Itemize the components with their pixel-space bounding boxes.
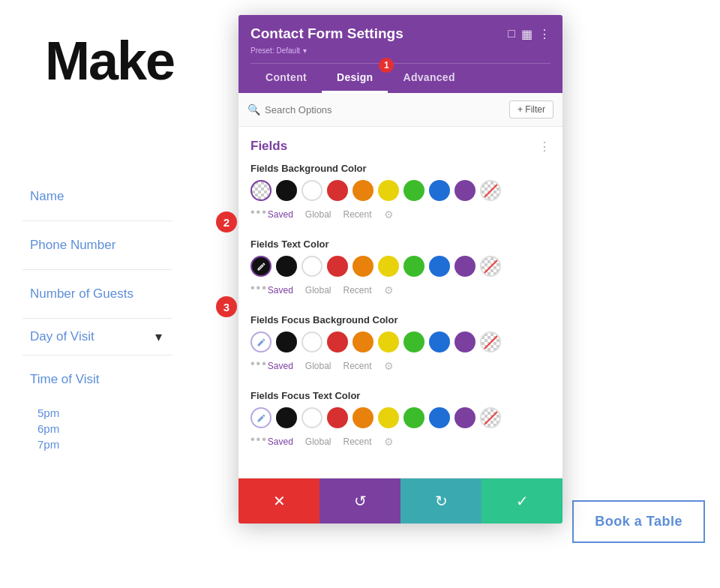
swatch-white-focus-text[interactable]	[302, 407, 322, 428]
color-tab-recent-bg[interactable]: Recent	[344, 209, 372, 220]
swatch-green-bg[interactable]	[404, 180, 424, 201]
search-input[interactable]	[265, 104, 505, 116]
cancel-button[interactable]: ✕	[238, 478, 320, 524]
modal-content: Fields ⋮ Fields Background Color •••	[238, 127, 562, 478]
swatch-blue-text[interactable]	[429, 256, 450, 277]
color-meta-bg: ••• Saved Global Recent ⚙	[250, 201, 550, 224]
modal-title-row: Contact Form Settings □ ▦ ⋮	[250, 26, 550, 42]
swatch-orange-text[interactable]	[352, 256, 374, 277]
color-gear-focus-text[interactable]: ⚙	[384, 436, 394, 448]
color-tab-global-focus-bg[interactable]: Global	[305, 361, 332, 371]
swatch-orange-bg[interactable]	[352, 180, 374, 201]
color-group-label-text: Fields Text Color	[250, 238, 550, 250]
fields-focus-text-color-group: Fields Focus Text Color ••• Saved	[250, 390, 550, 451]
swatch-red-focus-bg[interactable]	[327, 332, 348, 352]
dropdown-arrow-icon: ▾	[155, 328, 162, 345]
color-group-label-focus-bg: Fields Focus Background Color	[250, 314, 550, 326]
fields-focus-bg-color-group: Fields Focus Background Color ••• Saved	[250, 314, 550, 375]
swatch-yellow-focus-text[interactable]	[378, 407, 399, 428]
color-more-focus-bg[interactable]: •••	[250, 357, 268, 370]
swatch-yellow-bg[interactable]	[378, 180, 399, 201]
field-day: Day of Visit ▾	[22, 319, 172, 356]
swatch-orange-focus-text[interactable]	[352, 407, 374, 428]
form-fields: Name Phone Number Number of Guests Day o…	[22, 172, 172, 451]
swatch-blue-focus-bg[interactable]	[429, 332, 450, 352]
swatch-purple-bg[interactable]	[454, 180, 476, 201]
step-badge-3: 3	[216, 296, 237, 317]
color-tab-global-focus-text[interactable]: Global	[305, 436, 332, 447]
swatch-pen-text[interactable]	[250, 256, 272, 277]
color-tabs-text: Saved Global Recent ⚙	[268, 284, 394, 296]
swatch-black-text[interactable]	[276, 256, 297, 277]
swatch-orange-focus-bg[interactable]	[352, 332, 374, 352]
swatch-purple-focus-text[interactable]	[454, 407, 476, 428]
swatch-blue-bg[interactable]	[429, 180, 450, 201]
color-more-bg[interactable]: •••	[250, 206, 268, 219]
color-gear-text[interactable]: ⚙	[384, 284, 394, 296]
swatch-red-text[interactable]	[327, 256, 348, 277]
swatch-slash-focus-bg[interactable]	[480, 332, 501, 352]
swatch-green-focus-bg[interactable]	[404, 332, 424, 352]
color-tab-recent-focus-bg[interactable]: Recent	[344, 361, 372, 371]
color-more-text[interactable]: •••	[250, 281, 268, 295]
swatch-yellow-focus-bg[interactable]	[378, 332, 399, 352]
swatch-white-focus-bg[interactable]	[302, 332, 322, 352]
modal-preset[interactable]: Preset: Default ▾	[250, 45, 550, 56]
swatch-red-focus-text[interactable]	[327, 407, 348, 428]
color-group-label-focus-text: Fields Focus Text Color	[250, 390, 550, 401]
filter-button[interactable]: + Filter	[509, 100, 554, 118]
swatch-green-focus-text[interactable]	[404, 407, 424, 428]
color-tab-saved-focus-text[interactable]: Saved	[268, 436, 293, 447]
search-bar: 🔍 + Filter	[238, 93, 562, 127]
columns-icon[interactable]: ▦	[521, 27, 532, 41]
book-table-button[interactable]: Book a Table	[572, 500, 705, 543]
color-swatches-bg	[250, 180, 550, 201]
swatch-black-bg[interactable]	[276, 180, 297, 201]
swatch-yellow-text[interactable]	[378, 256, 399, 277]
title-part1: Make	[45, 31, 174, 91]
swatch-slash-bg[interactable]	[480, 180, 501, 201]
expand-icon[interactable]: □	[508, 27, 515, 40]
settings-modal: Contact Form Settings □ ▦ ⋮ Preset: Defa…	[238, 15, 562, 524]
color-tab-global-text[interactable]: Global	[305, 285, 332, 296]
swatch-slash-text[interactable]	[480, 256, 501, 277]
tab-content[interactable]: Content	[250, 64, 322, 93]
color-tabs-focus-bg: Saved Global Recent ⚙	[268, 360, 394, 372]
color-tab-global-bg[interactable]: Global	[305, 209, 332, 220]
fields-text-color-group: Fields Text Color ••• Saved Glob	[250, 238, 550, 299]
color-tab-saved-bg[interactable]: Saved	[268, 209, 293, 220]
time-options: 5pm 6pm 7pm	[22, 406, 172, 451]
reset-button[interactable]: ↺	[320, 478, 400, 524]
field-name: Name	[22, 172, 172, 221]
swatch-black-focus-bg[interactable]	[276, 332, 297, 352]
swatch-white-bg[interactable]	[302, 180, 322, 201]
swatch-blue-focus-text[interactable]	[429, 407, 450, 428]
redo-button[interactable]: ↻	[400, 478, 482, 524]
swatch-black-focus-text[interactable]	[276, 407, 297, 428]
more-icon[interactable]: ⋮	[538, 27, 550, 41]
section-menu-icon[interactable]: ⋮	[538, 140, 550, 154]
save-button[interactable]: ✓	[482, 478, 562, 524]
tab-design[interactable]: Design 1	[322, 64, 388, 93]
field-guests: Number of Guests	[22, 270, 172, 319]
color-gear-focus-bg[interactable]: ⚙	[384, 360, 394, 372]
color-more-focus-text[interactable]: •••	[250, 433, 268, 446]
swatch-transparent-bg[interactable]	[250, 180, 272, 201]
section-header: Fields ⋮	[250, 139, 550, 154]
tab-advanced[interactable]: Advanced	[388, 64, 470, 93]
swatch-red-bg[interactable]	[327, 180, 348, 201]
swatch-pen-focus-text[interactable]	[250, 407, 272, 428]
swatch-green-text[interactable]	[404, 256, 424, 277]
swatch-pen-focus-bg[interactable]	[250, 332, 272, 352]
color-tab-recent-focus-text[interactable]: Recent	[344, 436, 372, 447]
color-tab-saved-text[interactable]: Saved	[268, 285, 293, 296]
swatch-slash-focus-text[interactable]	[480, 407, 501, 428]
swatch-white-text[interactable]	[302, 256, 322, 277]
color-tab-saved-focus-bg[interactable]: Saved	[268, 361, 293, 371]
color-gear-bg[interactable]: ⚙	[384, 208, 394, 220]
color-tab-recent-text[interactable]: Recent	[344, 285, 372, 296]
swatch-purple-text[interactable]	[454, 256, 476, 277]
fields-background-color-group: Fields Background Color ••• Saved Global…	[250, 163, 550, 224]
modal-title: Contact Form Settings	[250, 26, 404, 42]
swatch-purple-focus-bg[interactable]	[454, 332, 476, 352]
